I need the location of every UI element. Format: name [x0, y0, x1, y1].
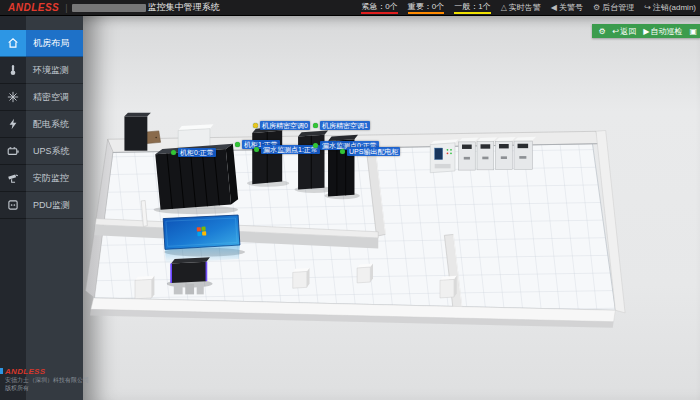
sidebar-item-ups[interactable]: UPS系统 — [0, 138, 83, 165]
tag-precision-ac-0[interactable]: 机房精密空调0 — [253, 121, 310, 130]
realtime-alarm-link[interactable]: △ 实时告警 — [501, 2, 541, 13]
alarm-counter-major[interactable]: 重要：0个 — [408, 2, 444, 14]
tag-cabinet-0[interactable]: 机柜0:正常 — [171, 148, 216, 157]
crac-unit-top — [178, 124, 213, 149]
alarm-counter-general[interactable]: 一般：1个 — [454, 2, 490, 14]
logout-link[interactable]: ↪ 注销(admin) — [644, 2, 696, 13]
status-dot — [340, 149, 345, 154]
tag-ups-output-cabinet[interactable]: UPS输出配电柜 — [340, 147, 400, 156]
logo-divider: | — [65, 3, 67, 13]
auto-patrol-button[interactable]: ▶自动巡检 — [643, 26, 682, 37]
floor-box-4 — [440, 276, 457, 298]
sidebar-menu: 机房布局 环境监测 精密空调 配电系统 — [0, 30, 83, 219]
logout-icon: ↪ — [644, 3, 651, 12]
sidebar-item-power-distribution[interactable]: 配电系统 — [0, 111, 83, 138]
topbar-right: 紧急：0个 重要：0个 一般：1个 △ 实时告警 ◀ 关警号 ⚙ 后台管理 — [361, 2, 700, 14]
room-3d-view — [83, 16, 700, 400]
footer-copyright: 版权所有 — [5, 384, 83, 392]
sidebar-item-pdu[interactable]: PDU监测 — [0, 192, 83, 219]
app-title: 监控集中管理系统 — [148, 1, 220, 14]
snowflake-icon — [7, 91, 19, 103]
status-dot — [313, 143, 318, 148]
sidebar-item-environment[interactable]: 环境监测 — [0, 57, 83, 84]
control-cabinet — [430, 139, 458, 172]
main-viewport[interactable]: ⚙ ↩返回 ▶自动巡检 ▣ — [83, 16, 700, 400]
footer-company: 安德力士（深圳）科技有限公司 — [5, 376, 83, 384]
status-dot — [254, 147, 259, 152]
major-underline — [408, 12, 444, 14]
floor-box-2 — [293, 268, 310, 288]
play-icon: ▶ — [643, 27, 649, 36]
back-arrow-icon: ↩ — [613, 27, 620, 36]
top-bar: ANDLESS | 监控集中管理系统 紧急：0个 重要：0个 一般：1个 △ 实… — [0, 0, 700, 16]
gear-icon: ⚙ — [593, 3, 600, 12]
video-wall-screen — [163, 215, 245, 263]
redacted-text-block — [72, 4, 146, 12]
back-button[interactable]: ↩返回 — [613, 26, 637, 37]
rack-behind-wall — [124, 113, 150, 151]
sidebar-item-security[interactable]: 安防监控 — [0, 165, 83, 192]
admin-console-link[interactable]: ⚙ 后台管理 — [593, 2, 634, 13]
sidebar-item-room-layout[interactable]: 机房布局 — [0, 30, 83, 57]
thermometer-icon — [7, 64, 19, 76]
mute-alarm-link[interactable]: ◀ 关警号 — [551, 2, 583, 13]
alarm-bell-icon: △ — [501, 3, 507, 12]
cctv-camera-icon — [7, 172, 19, 184]
alarm-counter-critical[interactable]: 紧急：0个 — [361, 2, 397, 14]
app-window: ANDLESS | 监控集中管理系统 紧急：0个 重要：0个 一般：1个 △ 实… — [0, 0, 700, 400]
tag-precision-ac-1[interactable]: 机房精密空调1 — [313, 121, 370, 130]
battery-icon — [7, 145, 19, 157]
socket-icon — [7, 199, 19, 211]
layers-icon[interactable]: ▣ — [689, 27, 697, 36]
footer-brand-logo: ANDLESS — [5, 367, 83, 376]
mute-speaker-icon: ◀ — [551, 3, 557, 12]
critical-underline — [361, 12, 397, 14]
footer-accent-dot — [0, 368, 3, 374]
status-dot — [253, 123, 258, 128]
status-dot — [235, 142, 240, 147]
general-underline — [454, 12, 490, 14]
bolt-icon — [7, 118, 19, 130]
sidebar-footer: ANDLESS 安德力士（深圳）科技有限公司 版权所有 — [5, 367, 83, 392]
status-dot — [171, 150, 176, 155]
home-icon — [7, 37, 19, 49]
view-toolbar: ⚙ ↩返回 ▶自动巡检 ▣ — [592, 24, 700, 38]
tag-leak-sensor-1[interactable]: 漏水监测点1:正常 — [254, 145, 320, 154]
sidebar-item-precision-ac[interactable]: 精密空调 — [0, 84, 83, 111]
battery-cabinet-row — [458, 137, 536, 170]
status-dot — [313, 123, 318, 128]
brand-logo: ANDLESS — [8, 2, 59, 13]
sidebar: 机房布局 环境监测 精密空调 配电系统 — [0, 16, 83, 400]
settings-gear-icon[interactable]: ⚙ — [598, 27, 605, 36]
floor-box-3 — [357, 264, 373, 283]
floor-box-1 — [135, 276, 154, 299]
